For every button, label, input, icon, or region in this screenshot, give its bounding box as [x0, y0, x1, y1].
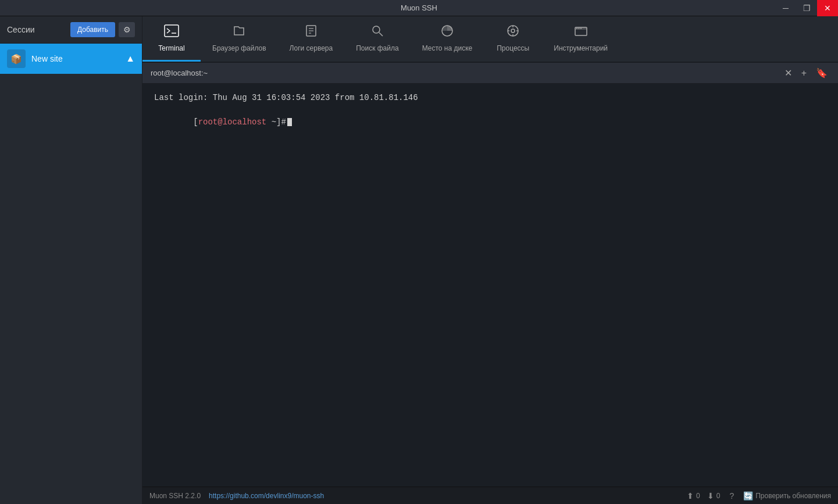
- terminal-tab-label: Terminal: [158, 44, 184, 52]
- main-content: Сессии Добавить ⚙ 📦 New site ▲: [0, 16, 838, 504]
- terminal-add-button[interactable]: +: [799, 66, 809, 80]
- download-group: ⬇ 0: [707, 491, 721, 501]
- update-label: Проверить обновления: [755, 492, 831, 500]
- tab-search[interactable]: Поиск файла: [344, 16, 411, 62]
- close-button[interactable]: ✕: [817, 0, 838, 16]
- session-arrow-icon: ▲: [126, 53, 135, 64]
- terminal-controls: ✕ + 🔖: [782, 66, 830, 80]
- sessions-label: Сессии: [7, 25, 35, 34]
- upload-count: 0: [696, 492, 700, 500]
- tab-processes[interactable]: Процессы: [484, 16, 542, 62]
- upload-icon: ⬆: [687, 491, 694, 501]
- status-left: Muon SSH 2.2.0 https://github.com/devlin…: [149, 492, 324, 500]
- window-controls: ─ ❐ ✕: [775, 0, 838, 16]
- sidebar-header: Сессии Добавить ⚙: [0, 16, 142, 44]
- processes-tab-label: Процессы: [497, 44, 529, 52]
- terminal-close-button[interactable]: ✕: [782, 66, 794, 80]
- refresh-icon: 🔄: [743, 491, 753, 501]
- settings-button[interactable]: ⚙: [119, 22, 135, 37]
- right-panel: Terminal Браузер файлов: [142, 16, 838, 504]
- minimize-button[interactable]: ─: [775, 0, 796, 16]
- github-link[interactable]: https://github.com/devlinx9/muon-ssh: [209, 492, 324, 500]
- help-button[interactable]: ?: [727, 490, 736, 502]
- app-version: Muon SSH 2.2.0: [149, 492, 201, 500]
- tab-terminal[interactable]: Terminal: [142, 16, 201, 62]
- package-icon: 📦: [10, 53, 22, 65]
- session-name: New site: [31, 54, 126, 63]
- upload-group: ⬆ 0: [687, 491, 700, 501]
- terminal-session-title: root@localhost:~: [151, 69, 208, 77]
- window-title: Muon SSH: [401, 3, 437, 12]
- download-count: 0: [716, 492, 721, 500]
- terminal-header: root@localhost:~ ✕ + 🔖: [142, 63, 838, 84]
- status-right: ⬆ 0 ⬇ 0 ? 🔄 Проверить обновления: [687, 490, 831, 502]
- tab-disk[interactable]: Место на диске: [411, 16, 484, 62]
- svg-point-17: [576, 28, 577, 29]
- svg-point-6: [373, 26, 380, 33]
- svg-point-19: [580, 28, 582, 29]
- terminal-content[interactable]: Last login: Thu Aug 31 16:03:54 2023 fro…: [142, 84, 838, 487]
- terminal-tab-icon: [164, 24, 179, 41]
- gear-icon: ⚙: [123, 25, 131, 34]
- status-bar: Muon SSH 2.2.0 https://github.com/devlin…: [142, 487, 838, 504]
- tools-tab-label: Инструментарий: [554, 44, 608, 52]
- add-session-button[interactable]: Добавить: [70, 22, 115, 37]
- session-item[interactable]: 📦 New site ▲: [0, 44, 142, 74]
- sidebar-actions: Добавить ⚙: [70, 22, 135, 37]
- tab-logs[interactable]: Логи сервера: [278, 16, 345, 62]
- terminal-last-login: Last login: Thu Aug 31 16:03:54 2023 fro…: [154, 92, 826, 104]
- logs-tab-label: Логи сервера: [290, 44, 333, 52]
- files-tab-label: Браузер файлов: [212, 44, 266, 52]
- disk-tab-label: Место на диске: [422, 44, 473, 52]
- tab-bar: Terminal Браузер файлов: [142, 16, 838, 63]
- check-updates-button[interactable]: 🔄 Проверить обновления: [743, 491, 831, 501]
- processes-tab-icon: [506, 24, 520, 41]
- svg-point-10: [511, 29, 515, 33]
- logs-tab-icon: [305, 24, 318, 41]
- disk-tab-icon: [440, 24, 454, 41]
- prompt-bracket-open: [: [193, 117, 198, 127]
- svg-rect-0: [165, 25, 179, 37]
- tab-tools[interactable]: Инструментарий: [542, 16, 619, 62]
- files-tab-icon: [233, 24, 245, 41]
- session-icon: 📦: [7, 49, 26, 68]
- search-tab-icon: [371, 24, 384, 41]
- maximize-button[interactable]: ❐: [796, 0, 817, 16]
- svg-line-7: [379, 33, 383, 36]
- terminal-prompt-line: [root@localhost ~]#: [154, 104, 826, 141]
- search-tab-label: Поиск файла: [356, 44, 399, 52]
- terminal-bookmark-button[interactable]: 🔖: [814, 66, 830, 80]
- terminal-cursor: [287, 118, 292, 126]
- titlebar: Muon SSH ─ ❐ ✕: [0, 0, 838, 16]
- download-icon: ⬇: [707, 491, 714, 501]
- svg-point-18: [578, 28, 579, 29]
- prompt-user: root@localhost: [198, 117, 267, 127]
- sidebar: Сессии Добавить ⚙ 📦 New site ▲: [0, 16, 142, 504]
- tab-files[interactable]: Браузер файлов: [201, 16, 278, 62]
- prompt-path: ~]#: [266, 117, 286, 127]
- tools-tab-icon: [574, 24, 588, 41]
